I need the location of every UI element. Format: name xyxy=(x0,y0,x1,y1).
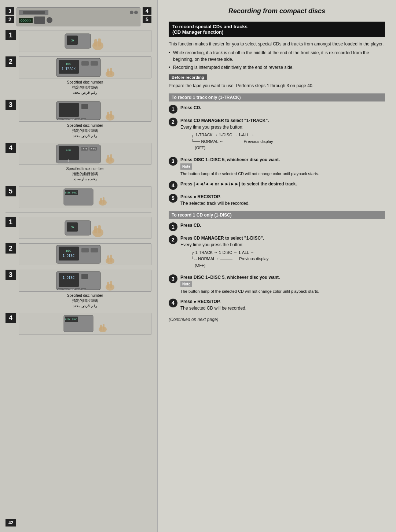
before-recording-text: Prepare the tape you want to use. Perfor… xyxy=(169,82,385,89)
svg-text:DSC5: DSC5 xyxy=(82,288,86,290)
svg-text:DSC5: DSC5 xyxy=(82,118,86,120)
disc-step-2: 2 Press CD MANAGER to select "1-DISC". E… xyxy=(169,235,385,270)
track-step-text-4: Press |◄◄/◄◄ or ►►/►►| to select the des… xyxy=(180,181,385,187)
continued-text: (Continued on next page) xyxy=(169,317,385,322)
step-num-3: 3 xyxy=(6,100,16,110)
disc-step-text-2: Press CD MANAGER to select "1-DISC". Eve… xyxy=(180,235,385,270)
disc-step-circle-2: 2 xyxy=(169,235,177,244)
step2-num-4: 4 xyxy=(6,313,16,323)
svg-rect-77 xyxy=(81,274,88,279)
step-label-4: 4 xyxy=(143,7,151,15)
svg-text:DSC: DSC xyxy=(66,250,71,252)
step2-num-1: 1 xyxy=(6,217,16,227)
disc-step-text-3: Press DISC 1–DISC 5, whichever disc you … xyxy=(180,274,385,295)
track-step-text-1: Press CD. xyxy=(180,104,385,111)
svg-text:DSC1: DSC1 xyxy=(58,118,62,120)
svg-text:►►|: ►►| xyxy=(90,147,96,150)
step-num-5: 5 xyxy=(6,186,16,196)
page-number: 42 xyxy=(6,519,16,527)
svg-rect-27 xyxy=(81,104,88,109)
svg-text:|: | xyxy=(68,163,69,164)
svg-rect-14 xyxy=(110,68,112,75)
left-step-2: 2 DSC 1-TRACK Specified disc number 指定的唱 xyxy=(6,56,151,95)
step-label-5: 5 xyxy=(143,16,151,23)
disc-note-text-3: The button lamp of the selected CD will … xyxy=(180,289,319,293)
step-num-2: 2 xyxy=(6,56,16,67)
svg-rect-16 xyxy=(59,103,79,117)
svg-text:1-TRACK: 1-TRACK xyxy=(62,67,76,71)
svg-rect-30 xyxy=(110,111,112,118)
track-step-circle-2: 2 xyxy=(169,118,177,126)
left2-step-3: 3 1-DISC DSC1 DSC2 DSC3 xyxy=(6,270,151,309)
bullet-1: While recording, if a track is cut off i… xyxy=(169,49,385,63)
track-section-title: To record 1 track only (1-TRACK) xyxy=(169,93,385,101)
disc-step-3: 3 Press DISC 1–DISC 5, whichever disc yo… xyxy=(169,274,385,295)
left2-step-1: 1 CD xyxy=(6,217,151,239)
svg-rect-80 xyxy=(110,281,112,288)
track-step-text-3: Press DISC 1–DISC 5, whichever disc you … xyxy=(180,156,385,177)
svg-rect-11 xyxy=(91,61,98,66)
track-step-1: 1 Press CD. xyxy=(169,104,385,114)
device-step-5: DISC SYNC xyxy=(19,186,151,208)
svg-text:DSC3: DSC3 xyxy=(70,288,74,290)
svg-rect-7 xyxy=(59,60,79,74)
track-step-text-2: Press CD MANAGER to select "1-TRACK". Ev… xyxy=(180,117,385,153)
svg-rect-48 xyxy=(103,197,104,204)
disc-step-text-1: Press CD. xyxy=(180,222,385,229)
left2-step-4: 4 DISC SYNC xyxy=(6,313,151,335)
right-panel: Recording from compact discs To record s… xyxy=(158,0,396,532)
left-step-4: 4 DISC |◄◄ ►►| | xyxy=(6,143,151,182)
caption2-step-3: Specified disc number 指定的唱片號碼 رقم قرص مح… xyxy=(19,293,151,309)
track-step-circle-4: 4 xyxy=(169,181,177,190)
track-flow-diagram: ┌ 1-TRACK → 1-DISC → 1-ALL → └── NORMAL … xyxy=(191,132,385,151)
svg-rect-63 xyxy=(110,255,112,262)
track-step-4: 4 Press |◄◄/◄◄ or ►►/►►| to select the d… xyxy=(169,181,385,190)
svg-text:1-DISC: 1-DISC xyxy=(63,254,75,258)
svg-rect-4 xyxy=(94,39,97,47)
svg-text:DSC3: DSC3 xyxy=(70,118,74,120)
svg-text:DSC1: DSC1 xyxy=(58,288,62,290)
track-step-circle-5: 5 xyxy=(169,194,177,203)
track-step-3: 3 Press DISC 1–DISC 5, whichever disc yo… xyxy=(169,156,385,177)
disc-step-1: 1 Press CD. xyxy=(169,222,385,231)
svg-rect-59 xyxy=(81,248,89,252)
left-step-3: 3 DSC1 DSC2 DSC3 DSC4 DSC5 xyxy=(6,100,151,138)
section-title: To record special CDs and tracks (CD Man… xyxy=(169,22,385,37)
track-step-circle-3: 3 xyxy=(169,157,177,166)
svg-rect-79 xyxy=(107,282,109,288)
intro-text: This function makes it easier for you to… xyxy=(169,41,385,47)
left-step-5: 5 DISC SYNC xyxy=(6,186,151,208)
svg-rect-41 xyxy=(107,155,109,162)
disc-step-circle-4: 4 xyxy=(169,299,177,307)
svg-text:|◄◄: |◄◄ xyxy=(81,147,87,150)
step-label-2a: 2 xyxy=(6,16,14,23)
track-step-2: 2 Press CD MANAGER to select "1-TRACK". … xyxy=(169,117,385,153)
svg-rect-29 xyxy=(107,112,109,118)
disc-step-circle-3: 3 xyxy=(169,274,177,283)
track-step-circle-1: 1 xyxy=(169,105,177,114)
disc-flow-diagram: ┌ 1-TRACK → 1-DISC → 1-ALL → └-- NORMAL … xyxy=(191,250,385,269)
step-label-3a: 3 xyxy=(6,7,14,15)
disc-step-circle-1: 1 xyxy=(169,222,177,231)
track-step-5: 5 Press ● REC/STOP. The selected track w… xyxy=(169,193,385,207)
disc-section-title: To record 1 CD only (1-DISC) xyxy=(169,211,385,219)
device-step-4: DISC |◄◄ ►►| | xyxy=(19,143,151,165)
svg-text:CD: CD xyxy=(71,39,74,42)
bullet-2: Recording is interrupted definitively at… xyxy=(169,64,385,71)
svg-text:1-DISC: 1-DISC xyxy=(63,276,75,280)
device2-step-4: DISC SYNC xyxy=(19,313,151,335)
svg-rect-86 xyxy=(103,324,104,330)
svg-text:DISC SYNC: DISC SYNC xyxy=(65,318,77,321)
svg-text:CD: CD xyxy=(71,226,74,229)
left-panel: 3 2 ◯◯◯◯◯ xyxy=(0,0,158,532)
page-title: Recording from compact discs xyxy=(169,7,385,15)
svg-text:DSC2: DSC2 xyxy=(64,118,68,120)
svg-rect-13 xyxy=(107,69,109,75)
svg-text:DSC2: DSC2 xyxy=(64,288,68,290)
step2-num-3: 3 xyxy=(6,270,16,280)
svg-rect-56 xyxy=(59,247,79,261)
device2-step-1: CD xyxy=(19,217,151,239)
svg-rect-54 xyxy=(98,225,101,233)
svg-rect-10 xyxy=(81,61,89,66)
track-note-badge-3: Note xyxy=(180,163,192,170)
